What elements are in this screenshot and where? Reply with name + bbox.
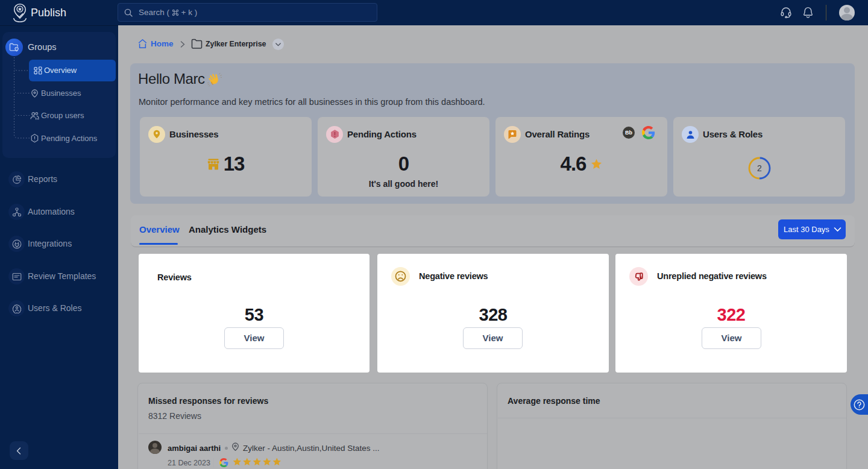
svg-text:2: 2 [757,163,762,173]
